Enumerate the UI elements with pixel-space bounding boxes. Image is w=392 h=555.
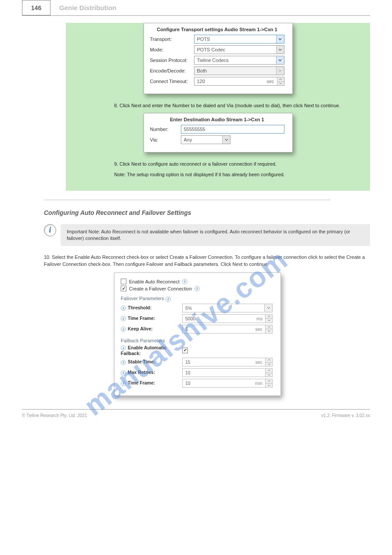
chevron-down-icon[interactable] xyxy=(276,46,284,54)
info-icon[interactable]: i xyxy=(121,360,126,365)
spinner[interactable] xyxy=(265,325,272,333)
stable-input[interactable]: 15sec xyxy=(182,358,273,366)
auto-reconnect-label: Enable Auto Reconnect xyxy=(129,279,180,284)
timeout-label: Connect Timeout: xyxy=(150,79,194,84)
chevron-down-icon[interactable] xyxy=(276,56,284,64)
info-icon[interactable]: i xyxy=(121,345,126,351)
timeout-unit: sec xyxy=(266,79,274,84)
keepalive-label: iKeep Alive: xyxy=(121,326,182,332)
chevron-down-icon xyxy=(276,67,284,75)
encdec-label: Encode/Decode: xyxy=(150,68,194,73)
footer-version: v1.2: Firmware v. 3.02.xx xyxy=(321,413,370,418)
info-icon: i xyxy=(44,224,56,236)
spinner[interactable] xyxy=(277,77,284,85)
chevron-down-icon[interactable] xyxy=(222,136,230,144)
footer-copyright: © Tieline Research Pty. Ltd. 2021 xyxy=(22,413,87,418)
timeout-input[interactable]: 120 sec xyxy=(194,77,284,86)
spinner[interactable] xyxy=(265,315,272,323)
number-label: Number: xyxy=(150,127,181,132)
info-icon[interactable]: i xyxy=(121,370,126,376)
stable-label: iStable Time: xyxy=(121,359,182,365)
spinner[interactable] xyxy=(265,369,272,377)
failover-label: Create a Failover Connection xyxy=(129,286,192,291)
info-icon[interactable]: i xyxy=(121,305,126,311)
step-9-note: Note: The setup routing option is not di… xyxy=(114,171,344,178)
header: 146 Genie Distribution xyxy=(22,0,370,16)
doc-title: Genie Distribution xyxy=(50,0,370,15)
threshold-label: iThreshold: xyxy=(121,305,182,311)
failover-params-heading: Failover Parameters i xyxy=(121,296,273,302)
encdec-select: Both xyxy=(194,66,284,75)
mode-select[interactable]: POTS Codec xyxy=(194,45,284,54)
transport-dialog-title: Configure Transport settings Audio Strea… xyxy=(150,27,284,32)
info-icon[interactable]: i xyxy=(194,286,200,291)
transport-label: Transport: xyxy=(150,36,194,42)
transport-select[interactable]: POTS xyxy=(194,35,284,44)
destination-dialog-title: Enter Destination Audio Stream 1->Cxn 1 xyxy=(150,117,284,122)
auto-reconnect-checkbox[interactable] xyxy=(121,279,126,284)
page: 146 Genie Distribution Configure Transpo… xyxy=(0,0,392,435)
info-icon[interactable]: i xyxy=(182,279,187,284)
failover-checkbox[interactable] xyxy=(121,286,126,291)
session-select[interactable]: Tieline Codecs xyxy=(194,56,284,65)
timeframe-input[interactable]: 5000ms xyxy=(182,314,273,323)
via-label: Via: xyxy=(150,137,181,142)
keepalive-input[interactable]: 5sec xyxy=(182,325,273,334)
chevron-down-icon[interactable] xyxy=(264,304,272,312)
destination-dialog: Enter Destination Audio Stream 1->Cxn 1 … xyxy=(144,113,293,152)
step-9: 9. Click Next to configure auto reconnec… xyxy=(114,160,344,168)
divider xyxy=(44,200,331,200)
spinner[interactable] xyxy=(265,358,272,366)
info-icon[interactable]: i xyxy=(121,326,126,332)
transport-dialog: Configure Transport settings Audio Strea… xyxy=(144,23,293,94)
info-note-row: i Important Note: Auto Reconnect is not … xyxy=(44,224,370,247)
maxretries-label: iMax Retries: xyxy=(121,370,182,376)
chevron-down-icon[interactable] xyxy=(276,35,284,43)
footer: © Tieline Research Pty. Ltd. 2021 v1.2: … xyxy=(22,409,370,418)
timeframe2-label: iTime Frame: xyxy=(121,380,182,386)
step-8: 8. Click Next and enter the Number to be… xyxy=(114,102,344,109)
page-number-text: 146 xyxy=(31,4,41,11)
timeframe-label: iTime Frame: xyxy=(121,316,182,322)
info-icon[interactable]: i xyxy=(121,316,126,321)
threshold-select[interactable]: 5% xyxy=(182,304,273,312)
number-input[interactable]: 55555555 xyxy=(181,125,284,134)
info-icon[interactable]: i xyxy=(121,381,126,386)
enable-failback-label: iEnable Automatic Failback: xyxy=(121,345,182,356)
spinner[interactable] xyxy=(265,379,272,387)
info-note: Important Note: Auto Reconnect is not av… xyxy=(61,224,370,247)
failover-panel: Enable Auto Reconnect i Create a Failove… xyxy=(114,272,281,396)
instruction-panel: Configure Transport settings Audio Strea… xyxy=(66,23,370,191)
info-icon[interactable]: i xyxy=(165,297,171,302)
failback-params-heading: Failback Parameters xyxy=(121,338,273,343)
page-number: 146 xyxy=(22,0,50,15)
maxretries-input[interactable]: 10 xyxy=(182,368,273,377)
section-title: Configuring Auto Reconnect and Failover … xyxy=(44,209,370,216)
mode-label: Mode: xyxy=(150,47,194,52)
via-select[interactable]: Any xyxy=(181,135,231,144)
enable-failback-checkbox[interactable] xyxy=(182,348,188,353)
session-label: Session Protocol: xyxy=(150,58,194,63)
timeframe2-input[interactable]: 10min xyxy=(182,379,273,388)
step-10: 10. Select the Enable Auto Reconnect che… xyxy=(44,254,370,268)
